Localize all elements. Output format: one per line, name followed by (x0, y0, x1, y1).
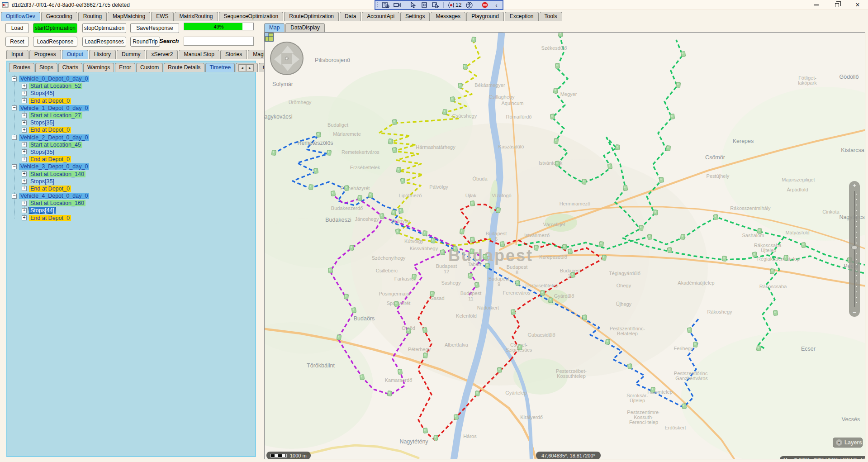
expand-icon[interactable]: + (22, 113, 27, 118)
tree-end-0[interactable]: +End at Depot_0 (8, 97, 254, 105)
breakpoints-icon[interactable]: 12 (448, 2, 461, 8)
zoom-thumb[interactable] (851, 245, 858, 250)
tree-vehicle-4[interactable]: −Vehicle_4_Depot_0_day_0 (8, 192, 254, 200)
round-trip-button[interactable]: RoundTrip (130, 37, 160, 47)
expand-icon[interactable]: + (22, 128, 27, 133)
menu-tab-routeoptimization[interactable]: RouteOptimization (284, 12, 339, 21)
menu-tab-mapmatching[interactable]: MapMatching (108, 12, 150, 21)
pointer-icon[interactable] (409, 2, 417, 8)
close-button[interactable]: × (847, 0, 868, 10)
form-designer-icon[interactable] (382, 2, 389, 8)
search-input[interactable] (184, 37, 254, 46)
load-responses-button[interactable]: LoadResponses (82, 37, 126, 47)
expand-icon[interactable]: + (22, 186, 27, 191)
menu-tab-matrixrouting[interactable]: MatrixRouting (175, 12, 218, 21)
screen-record-icon[interactable] (394, 2, 401, 8)
start-optimization-button[interactable]: startOptimization (33, 23, 77, 33)
map-tab-datadisplay[interactable]: DataDisplay (285, 23, 325, 32)
collapse-icon[interactable]: − (12, 105, 17, 110)
menu-tab-ews[interactable]: EWS (151, 12, 173, 21)
tree-stops-4[interactable]: +Stops[44] (8, 207, 254, 214)
tree-start-0[interactable]: +Start at Location_52 (8, 82, 254, 90)
result-tab-timetree[interactable]: Timetree (205, 63, 235, 72)
expand-icon[interactable]: + (22, 149, 27, 154)
collapse-icon[interactable]: − (12, 194, 17, 199)
expand-icon[interactable]: + (22, 179, 27, 184)
zoom-in-button[interactable]: + (849, 182, 860, 189)
expand-icon[interactable]: + (22, 201, 27, 206)
expand-icon[interactable]: + (22, 91, 27, 96)
pointer-frame-icon[interactable] (432, 2, 439, 8)
result-tab-custom[interactable]: Custom (136, 63, 163, 72)
frame-icon[interactable] (421, 2, 428, 8)
tree-stops-2[interactable]: +Stops[35] (8, 148, 254, 156)
menu-tab-routing[interactable]: Routing (78, 12, 107, 21)
result-tab-error[interactable]: Error (115, 63, 135, 72)
menu-tab-playground[interactable]: Playground (466, 12, 504, 21)
tree-vehicle-3[interactable]: −Vehicle_3_Depot_0_day_0 (8, 163, 254, 170)
tab-progress[interactable]: Progress (29, 50, 61, 59)
result-tab-warnings[interactable]: Warnings (83, 63, 114, 72)
load-button[interactable]: Load (5, 23, 29, 33)
collapse-icon[interactable]: − (12, 135, 17, 140)
tab-xserver2[interactable]: xServer2 (146, 50, 178, 59)
zoom-out-button[interactable]: − (849, 309, 860, 316)
accessibility-icon[interactable] (465, 2, 473, 8)
tab-history[interactable]: History (89, 50, 116, 59)
tree-stops-1[interactable]: +Stops[35] (8, 119, 254, 126)
pan-center-button[interactable] (285, 57, 289, 60)
menu-tab-tools[interactable]: Tools (540, 12, 562, 21)
result-tab-charts[interactable]: Charts (58, 63, 82, 72)
expand-icon[interactable]: + (22, 208, 27, 213)
pan-east-button[interactable] (292, 53, 299, 65)
tree-end-1[interactable]: +End at Depot_0 (8, 126, 254, 133)
expand-icon[interactable]: + (22, 215, 27, 220)
stop-icon[interactable] (481, 2, 489, 8)
map-viewport[interactable]: BudapestPilisborosjenőSolymárNagykovácsi… (264, 32, 865, 459)
result-tab-routes[interactable]: Routes (9, 63, 34, 72)
pan-west-button[interactable] (274, 53, 281, 65)
tab-input[interactable]: Input (6, 50, 28, 59)
expand-icon[interactable]: + (22, 120, 27, 125)
tree-stops-3[interactable]: +Stops[35] (8, 178, 254, 185)
layers-button[interactable]: ▼ Layers (833, 438, 863, 448)
tab-scroll-left-button[interactable]: ◄ (238, 64, 246, 71)
stop-optimization-button[interactable]: stopOptimization (82, 23, 126, 33)
expand-icon[interactable]: + (22, 142, 27, 147)
menu-tab-settings[interactable]: Settings (400, 12, 430, 21)
minimize-button[interactable] (806, 0, 826, 10)
menu-tab-exception[interactable]: Exception (505, 12, 539, 21)
tree-end-3[interactable]: +End at Depot_0 (8, 185, 254, 192)
menu-tab-accountapi[interactable]: AccountApi (362, 12, 399, 21)
collapse-icon[interactable]: − (12, 164, 17, 169)
map-tab-map[interactable]: Map (264, 23, 285, 32)
collapse-icon[interactable]: − (12, 76, 17, 81)
tree-vehicle-0[interactable]: −Vehicle_0_Depot_0_day_0 (8, 75, 254, 82)
tree-vehicle-2[interactable]: −Vehicle_2_Depot_0_day_0 (8, 134, 254, 141)
tree-start-2[interactable]: +Start at Location_45 (8, 141, 254, 148)
save-response-button[interactable]: SaveResponse (130, 23, 179, 33)
tab-dummy[interactable]: Dummy (117, 50, 145, 59)
menu-tab-geocoding[interactable]: Geocoding (41, 12, 77, 21)
tree-start-1[interactable]: +Start at Location_27 (8, 112, 254, 119)
expand-icon[interactable]: + (22, 98, 27, 103)
tree-end-4[interactable]: +End at Depot_0 (8, 214, 254, 222)
tree-vehicle-1[interactable]: −Vehicle_1_Depot_0_day_0 (8, 105, 254, 112)
expand-icon[interactable]: + (22, 157, 27, 162)
result-tab-stops[interactable]: Stops (35, 63, 57, 72)
tab-scroll-right-button[interactable]: ► (246, 64, 254, 71)
reset-button[interactable]: Reset (5, 37, 29, 47)
expand-icon[interactable]: + (22, 84, 27, 89)
tab-stories[interactable]: Stories (220, 50, 247, 59)
menu-tab-optiflowdev[interactable]: OptiflowDev (1, 12, 40, 21)
chevron-left-icon[interactable]: ‹ (493, 2, 500, 8)
menu-tab-data[interactable]: Data (340, 12, 361, 21)
restore-button[interactable] (826, 0, 847, 10)
expand-icon[interactable]: + (22, 171, 27, 176)
result-tab-route-details[interactable]: Route Details (164, 63, 204, 72)
menu-tab-messages[interactable]: Messages (431, 12, 465, 21)
tree-end-2[interactable]: +End at Depot_0 (8, 156, 254, 163)
tab-output[interactable]: Output (62, 50, 88, 59)
pan-north-button[interactable] (282, 46, 294, 53)
overview-map-toggle-icon[interactable] (265, 33, 274, 42)
